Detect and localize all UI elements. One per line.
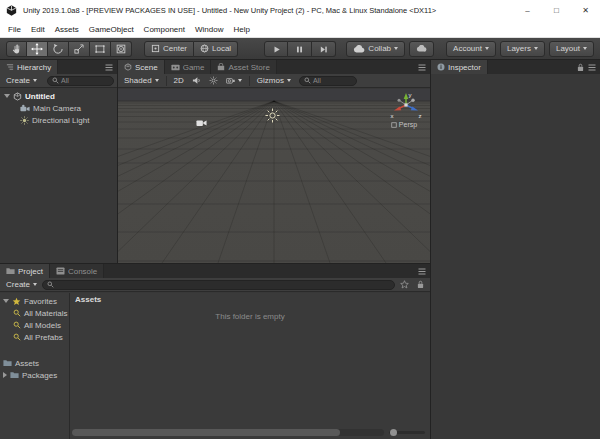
inspector-info-icon <box>437 63 445 71</box>
scene-effects-dropdown[interactable] <box>223 77 245 84</box>
menu-edit[interactable]: Edit <box>26 21 50 38</box>
asset-store-tab-icon <box>217 63 225 71</box>
disclosure-triangle-icon[interactable] <box>4 94 10 98</box>
persp-cube-icon <box>391 122 397 128</box>
space-toggle-button[interactable]: Local <box>194 41 238 57</box>
horizontal-scrollbar[interactable] <box>72 429 384 436</box>
menu-help[interactable]: Help <box>228 21 254 38</box>
menu-assets[interactable]: Assets <box>50 21 84 38</box>
hand-tool-icon <box>11 43 23 55</box>
saved-search-icon <box>13 321 21 329</box>
lock-icon[interactable] <box>414 280 427 289</box>
rotate-tool-icon <box>52 43 64 55</box>
layout-dropdown[interactable]: Layout <box>549 41 594 57</box>
account-dropdown[interactable]: Account <box>446 41 496 57</box>
tabbar-spacer <box>58 60 105 74</box>
project-content-area[interactable]: Assets This folder is empty <box>70 293 430 439</box>
folder-packages[interactable]: Packages <box>0 369 69 381</box>
lock-icon[interactable] <box>577 63 584 72</box>
scene-lighting-toggle[interactable] <box>206 76 221 85</box>
minimize-button[interactable]: – <box>513 0 542 21</box>
scene-audio-toggle[interactable] <box>189 76 204 85</box>
gizmos-dropdown[interactable]: Gizmos <box>254 76 294 85</box>
directional-light-gizmo[interactable] <box>265 108 280 123</box>
transform-tool-button[interactable] <box>111 41 132 57</box>
pivot-toggle-button[interactable]: Center <box>144 41 194 57</box>
chevron-down-icon <box>485 47 489 50</box>
scene-search-input[interactable]: All <box>299 76 357 86</box>
thumbnail-size-slider[interactable] <box>389 431 425 434</box>
slider-knob[interactable] <box>390 429 397 436</box>
workspace: Hierarchy Create All <box>0 60 600 439</box>
hierarchy-icon <box>6 63 14 71</box>
chevron-down-icon <box>583 47 587 50</box>
menu-gameobject[interactable]: GameObject <box>84 21 139 38</box>
project-create-dropdown[interactable]: Create <box>3 280 40 289</box>
favorite-all-materials[interactable]: All Materials <box>0 307 69 319</box>
disclosure-triangle-icon[interactable] <box>3 299 9 303</box>
panel-menu-icon[interactable] <box>418 64 426 71</box>
rect-tool-button[interactable] <box>90 41 111 57</box>
tab-game[interactable]: Game <box>165 60 212 74</box>
hierarchy-search-input[interactable]: All <box>47 76 114 86</box>
hierarchy-item-directional-light[interactable]: Directional Light <box>0 114 117 126</box>
hierarchy-toolbar: Create All <box>0 74 117 88</box>
hierarchy-tabbar: Hierarchy <box>0 60 117 74</box>
tab-console[interactable]: Console <box>50 264 104 278</box>
tab-asset-store-label: Asset Store <box>228 63 269 72</box>
rotate-tool-button[interactable] <box>48 41 69 57</box>
hierarchy-create-dropdown[interactable]: Create <box>3 76 40 85</box>
hand-tool-button[interactable] <box>6 41 27 57</box>
panel-menu-icon[interactable] <box>588 64 596 71</box>
project-search-input[interactable] <box>42 280 395 290</box>
scene-root-item[interactable]: Untitled <box>0 90 117 102</box>
window-controls: – □ ✕ <box>513 0 600 21</box>
favorite-all-prefabs[interactable]: All Prefabs <box>0 331 69 343</box>
pause-icon <box>295 45 304 54</box>
menu-window[interactable]: Window <box>190 21 228 38</box>
saved-search-icon <box>13 333 21 341</box>
move-tool-button[interactable] <box>27 41 48 57</box>
menu-component[interactable]: Component <box>139 21 190 38</box>
favorite-all-models[interactable]: All Models <box>0 319 69 331</box>
scrollbar-thumb[interactable] <box>72 429 340 436</box>
panel-menu-icon[interactable] <box>105 64 113 71</box>
cloud-services-button[interactable] <box>409 41 434 57</box>
tabbar-spacer <box>488 60 577 74</box>
close-button[interactable]: ✕ <box>571 0 600 21</box>
toolbar-separator <box>166 76 167 86</box>
draw-mode-dropdown[interactable]: Shaded <box>121 76 162 85</box>
play-button[interactable] <box>264 41 288 57</box>
favorites-item[interactable]: Favorites <box>0 295 69 307</box>
collab-dropdown[interactable]: Collab <box>346 41 405 57</box>
tab-asset-store[interactable]: Asset Store <box>211 60 276 74</box>
pane-icons <box>418 264 430 278</box>
tab-hierarchy[interactable]: Hierarchy <box>0 60 58 74</box>
project-tabbar: Project Console <box>0 264 430 278</box>
pause-button[interactable] <box>288 41 312 57</box>
camera-effects-icon <box>226 77 235 84</box>
step-button[interactable] <box>312 41 336 57</box>
axis-x-label: x <box>391 113 394 119</box>
scale-tool-button[interactable] <box>69 41 90 57</box>
save-search-icon[interactable] <box>397 280 412 289</box>
hierarchy-item-main-camera[interactable]: Main Camera <box>0 102 117 114</box>
folder-assets[interactable]: Assets <box>0 357 69 369</box>
panel-menu-icon[interactable] <box>418 268 426 275</box>
main-camera-gizmo[interactable] <box>196 119 207 127</box>
play-icon <box>272 45 281 54</box>
disclosure-triangle-icon[interactable] <box>3 372 7 378</box>
scene-orientation-gizmo[interactable]: x y z <box>389 90 423 120</box>
2d-toggle-button[interactable]: 2D <box>171 76 187 85</box>
scene-viewport[interactable]: x y z Persp <box>118 89 430 263</box>
light-icon <box>20 116 29 125</box>
perspective-toggle[interactable]: Persp <box>385 121 423 128</box>
tab-game-label: Game <box>183 63 205 72</box>
tab-project[interactable]: Project <box>0 264 50 278</box>
layers-dropdown[interactable]: Layers <box>500 41 545 57</box>
tab-scene[interactable]: Scene <box>118 60 165 74</box>
maximize-button[interactable]: □ <box>542 0 571 21</box>
tab-inspector[interactable]: Inspector <box>431 60 488 74</box>
tab-project-label: Project <box>18 267 43 276</box>
menu-file[interactable]: File <box>3 21 26 38</box>
